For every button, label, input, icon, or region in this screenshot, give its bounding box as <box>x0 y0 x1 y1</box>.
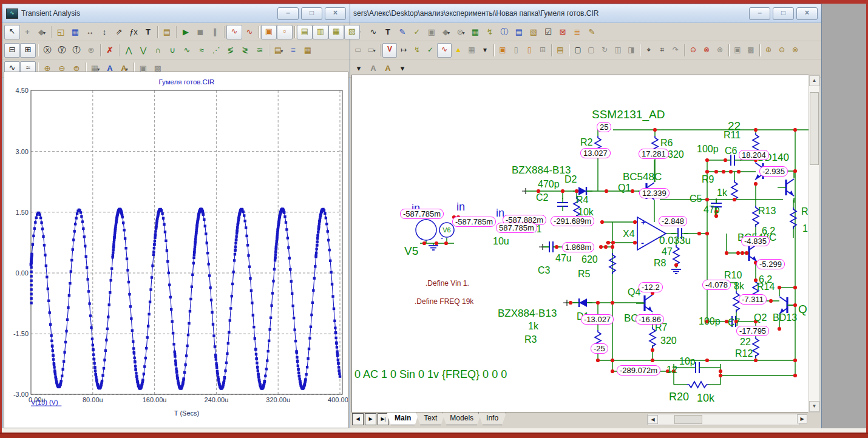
tab-nav-0-button[interactable]: ◀ <box>352 413 364 425</box>
mode-options-button[interactable]: ▾ <box>351 62 366 75</box>
vertical-scrollbar[interactable]: ▲ ▼ <box>809 75 820 413</box>
schematic-window[interactable]: sers\Алекс\Desktop\анализ\эксперименты\Н… <box>349 4 822 430</box>
restore-button[interactable]: □ <box>773 7 794 20</box>
zoom-window-button[interactable]: ▦ <box>68 25 83 39</box>
run-button[interactable]: ▶ <box>178 25 193 39</box>
conditions-button[interactable]: ✓ <box>424 44 437 57</box>
zoom-out-button[interactable]: ⊖ <box>775 44 788 57</box>
delete-cursor-button[interactable]: ✗ <box>103 44 117 57</box>
title-block-button[interactable]: ▯ <box>509 44 523 57</box>
tab-nav-1-button[interactable]: ▶ <box>365 413 376 425</box>
plot-area[interactable]: Гумеля готов.CIR4.503.001.500.00-1.50-3.… <box>4 72 348 428</box>
font-options-button[interactable]: ▾ <box>395 62 410 75</box>
scale-y-button[interactable]: ↕ <box>97 25 112 39</box>
graphics-button[interactable]: ◆▾ <box>35 25 49 39</box>
zoom-select-button[interactable]: ◱ <box>53 25 68 39</box>
warning-button[interactable]: ▲ <box>452 44 465 57</box>
graphics-button[interactable]: ◆▾ <box>439 25 453 39</box>
zoom-100-button[interactable]: ⊜ <box>788 44 802 57</box>
zoom-in-button[interactable]: ⊕ <box>762 44 775 57</box>
numeric-output-button[interactable]: ▦ <box>300 44 315 57</box>
attributes-button[interactable]: ▤ <box>554 44 567 57</box>
wire-diagonal-button[interactable]: ✓ <box>410 25 424 39</box>
pause-button[interactable]: ∥ <box>208 25 222 39</box>
vertical-scroll-thumb[interactable] <box>810 92 819 165</box>
report-button[interactable]: ≡ <box>286 44 300 57</box>
help-button[interactable]: ▤ <box>512 25 526 39</box>
pan-button[interactable]: + <box>20 25 35 39</box>
stop-alert-button[interactable]: ⊖ <box>687 44 700 57</box>
envelope-button[interactable]: ≋ <box>253 44 267 57</box>
scroll-left-button[interactable]: ◀ <box>648 415 658 424</box>
text-button[interactable]: T <box>381 25 395 39</box>
low-button[interactable]: ∪ <box>165 44 180 57</box>
slope-button[interactable]: ⋰ <box>209 44 223 57</box>
horizontal-scrollbar[interactable]: ◀ <box>647 414 800 425</box>
border-button[interactable]: ▣ <box>496 44 509 57</box>
horizontal-cursor-button[interactable]: ⊟ <box>4 43 20 58</box>
pin-connections-button[interactable]: ∿ <box>437 43 452 58</box>
inflection-button[interactable]: ∿ <box>180 44 194 57</box>
component-alt-button[interactable]: ▭▾ <box>365 44 378 57</box>
tab-nav-2-button[interactable]: ▶| <box>378 413 389 425</box>
close-button[interactable]: × <box>796 7 818 20</box>
link-button[interactable]: ⊞ <box>536 44 549 57</box>
spreadsheet-button[interactable]: ▦ <box>468 25 483 39</box>
panel-1-button[interactable]: ▤ <box>297 25 313 39</box>
transient-titlebar[interactable]: ∿ Transient Analysis –□× <box>2 4 350 23</box>
region-box-button[interactable]: ▢ <box>585 44 598 57</box>
schematic-canvas[interactable]: +-V6-- SSM2131_AD22R21kR6320R11100pC6BD1… <box>351 75 809 412</box>
power-button[interactable]: ↯ <box>483 25 497 39</box>
panel-2-button[interactable]: ▥ <box>313 25 328 39</box>
currents-button[interactable]: ↦ <box>397 44 410 57</box>
select-box-button[interactable]: ▢ <box>571 44 585 57</box>
round-button[interactable]: ≈ <box>194 44 209 57</box>
crossing-2-button[interactable]: ≷ <box>238 44 253 57</box>
tab-main[interactable]: Main <box>387 413 419 425</box>
grid-toggle-button[interactable]: ▦ <box>465 44 478 57</box>
checkbox-button[interactable]: ☑ <box>541 25 555 39</box>
go-to-button[interactable]: ↷ <box>669 44 682 57</box>
scale-xy-button[interactable]: ⇗ <box>112 25 126 39</box>
info-button[interactable]: ⓘ <box>497 25 512 39</box>
stop-button[interactable]: ◼ <box>193 25 208 39</box>
trace-2-button[interactable]: ∿ <box>242 25 257 39</box>
error-button[interactable]: ⊗ <box>700 44 713 57</box>
tab-text[interactable]: Text <box>416 413 445 425</box>
panel-3-button[interactable]: ▦ <box>328 25 344 39</box>
find-button[interactable]: ⌖ <box>642 44 656 57</box>
scroll-down-button[interactable]: ▼ <box>809 401 819 412</box>
scroll-up-button[interactable]: ▲ <box>809 75 819 86</box>
power-display-button[interactable]: ↯ <box>410 44 424 57</box>
tab-models[interactable]: Models <box>442 413 481 425</box>
font-edit-button[interactable]: A <box>381 62 395 75</box>
waveform-button[interactable]: ∿ <box>366 25 381 39</box>
select-button[interactable]: ↖ <box>4 25 20 39</box>
minimize-button[interactable]: – <box>749 7 770 20</box>
valley-button[interactable]: ⋁ <box>136 44 151 57</box>
more-button[interactable]: ⊛ <box>713 44 727 57</box>
close-button[interactable]: × <box>325 7 346 20</box>
node-voltages-button[interactable]: V <box>382 43 397 58</box>
crossing-1-button[interactable]: ≶ <box>223 44 238 57</box>
font-button[interactable]: A <box>366 62 381 75</box>
doc-list-button[interactable]: ≣ <box>570 25 585 39</box>
tag-button[interactable]: ⊜ <box>84 44 98 57</box>
select-region-button[interactable]: ▣ <box>261 25 277 39</box>
tab-info[interactable]: Info <box>478 413 506 425</box>
x-cursor-button[interactable]: ⓧ <box>40 44 55 57</box>
doc-edit-button[interactable]: ✎ <box>585 25 599 39</box>
y-cursor-button[interactable]: ⓨ <box>55 44 69 57</box>
stamp-button[interactable]: ▧ <box>526 25 541 39</box>
tracker-button[interactable]: ⊞ <box>20 43 36 58</box>
minimize-button[interactable]: – <box>277 7 299 20</box>
find-in-files-button[interactable]: ⌗ <box>656 44 669 57</box>
panel-4-button[interactable]: ▧ <box>344 25 360 39</box>
clipboard-button[interactable]: ▤▾ <box>271 44 286 57</box>
grid-options-button[interactable]: ▾ <box>478 44 492 57</box>
properties-button[interactable]: ▤ <box>160 25 174 39</box>
trace-1-button[interactable]: ∿ <box>226 25 242 39</box>
component-button[interactable]: ▭ <box>351 44 365 57</box>
horizontal-scroll-thumb[interactable] <box>674 415 702 424</box>
mirror-y-button[interactable]: ◨ <box>625 44 638 57</box>
